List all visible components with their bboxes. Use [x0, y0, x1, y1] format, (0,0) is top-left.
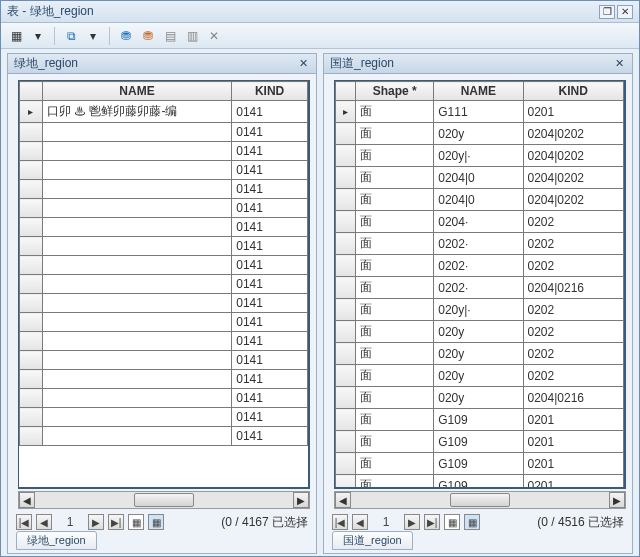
table-row[interactable]: 面0204·0202 [336, 211, 624, 233]
grid-area[interactable]: Shape *NAMEKIND▸面G1110201面020y0204|0202面… [334, 80, 626, 489]
table-row[interactable]: 面G1090201 [336, 475, 624, 490]
cell[interactable]: 面 [356, 233, 434, 255]
row-marker[interactable] [336, 277, 356, 299]
cell[interactable]: 0204· [434, 211, 523, 233]
cell[interactable]: 0204|0216 [523, 387, 624, 409]
cell[interactable]: G111 [434, 101, 523, 123]
cell[interactable]: 面 [356, 123, 434, 145]
cell[interactable] [42, 408, 231, 427]
cell[interactable] [42, 218, 231, 237]
cell[interactable]: 0141 [232, 351, 308, 370]
table-row[interactable]: 面G1090201 [336, 409, 624, 431]
zoom-selected-icon[interactable]: ▥ [183, 27, 201, 45]
cell[interactable]: 面 [356, 365, 434, 387]
cell[interactable]: 面 [356, 299, 434, 321]
cell[interactable]: 口卯 ♨ 鬯鲜卯藤卯藤-编 [42, 101, 231, 123]
table-row[interactable]: 面020y|·0202 [336, 299, 624, 321]
cell[interactable]: 面 [356, 475, 434, 490]
cell[interactable]: 0204|0202 [523, 167, 624, 189]
table-row[interactable]: 面020y|·0204|0202 [336, 145, 624, 167]
cell[interactable]: 0204|0216 [523, 277, 624, 299]
table-row[interactable]: 面0204|00204|0202 [336, 189, 624, 211]
switch-selection-icon[interactable]: ⛃ [139, 27, 157, 45]
cell[interactable]: 0201 [523, 475, 624, 490]
cell[interactable]: 0202 [523, 365, 624, 387]
row-marker[interactable]: ▸ [336, 101, 356, 123]
row-marker[interactable] [20, 332, 43, 351]
table-row[interactable]: 0141 [20, 275, 308, 294]
horizontal-scrollbar[interactable]: ◀ ▶ [18, 491, 310, 509]
column-header[interactable]: KIND [523, 82, 624, 101]
cell[interactable]: 面 [356, 145, 434, 167]
prev-record-button[interactable]: ◀ [36, 514, 52, 530]
cell[interactable] [42, 351, 231, 370]
cell[interactable]: 面 [356, 255, 434, 277]
cell[interactable]: G109 [434, 431, 523, 453]
column-header[interactable]: NAME [42, 82, 231, 101]
cell[interactable] [42, 199, 231, 218]
cell[interactable]: 0141 [232, 389, 308, 408]
cell[interactable]: 020y|· [434, 145, 523, 167]
cell[interactable] [42, 313, 231, 332]
horizontal-scrollbar[interactable]: ◀ ▶ [334, 491, 626, 509]
cell[interactable]: 面 [356, 453, 434, 475]
cell[interactable]: G109 [434, 409, 523, 431]
table-row[interactable]: 0141 [20, 351, 308, 370]
cell[interactable]: 020y [434, 321, 523, 343]
show-selected-button[interactable]: ▦ [464, 514, 480, 530]
cell[interactable]: 面 [356, 431, 434, 453]
pane-close-icon[interactable]: ✕ [612, 57, 626, 71]
table-row[interactable]: 0141 [20, 294, 308, 313]
cell[interactable]: 面 [356, 189, 434, 211]
row-selector-header[interactable] [20, 82, 43, 101]
table-row[interactable]: 0141 [20, 199, 308, 218]
prev-record-button[interactable]: ◀ [352, 514, 368, 530]
show-all-button[interactable]: ▦ [444, 514, 460, 530]
cell[interactable] [42, 275, 231, 294]
cell[interactable]: 020y [434, 387, 523, 409]
cell[interactable]: 0141 [232, 237, 308, 256]
cell[interactable]: 0202 [523, 233, 624, 255]
row-marker[interactable] [336, 453, 356, 475]
scroll-right-icon[interactable]: ▶ [293, 492, 309, 508]
cell[interactable]: 面 [356, 167, 434, 189]
table-row[interactable]: 面G1090201 [336, 453, 624, 475]
row-selector-header[interactable] [336, 82, 356, 101]
last-record-button[interactable]: ▶| [424, 514, 440, 530]
grid-area[interactable]: NAMEKIND▸口卯 ♨ 鬯鲜卯藤卯藤-编014101410141014101… [18, 80, 310, 489]
scroll-thumb[interactable] [134, 493, 194, 507]
table-row[interactable]: 面0202·0202 [336, 233, 624, 255]
row-marker[interactable] [336, 321, 356, 343]
table-row[interactable]: 0141 [20, 313, 308, 332]
cell[interactable]: 面 [356, 277, 434, 299]
cell[interactable]: 面 [356, 321, 434, 343]
table-options-icon[interactable]: ▦ [7, 27, 25, 45]
cell[interactable]: 0204|0202 [523, 145, 624, 167]
row-marker[interactable] [20, 256, 43, 275]
table-row[interactable]: 0141 [20, 218, 308, 237]
row-marker[interactable] [20, 218, 43, 237]
cell[interactable]: 0141 [232, 123, 308, 142]
table-row[interactable]: 0141 [20, 180, 308, 199]
scroll-left-icon[interactable]: ◀ [19, 492, 35, 508]
pane-close-icon[interactable]: ✕ [296, 57, 310, 71]
row-marker[interactable] [336, 409, 356, 431]
table-row[interactable]: 0141 [20, 332, 308, 351]
cell[interactable]: 面 [356, 409, 434, 431]
table-row[interactable]: 0141 [20, 123, 308, 142]
row-marker[interactable] [20, 351, 43, 370]
cell[interactable]: 0202 [523, 343, 624, 365]
cell[interactable]: 020y [434, 365, 523, 387]
cell[interactable]: 0141 [232, 256, 308, 275]
cell[interactable]: 0202· [434, 255, 523, 277]
show-selected-button[interactable]: ▦ [148, 514, 164, 530]
scroll-left-icon[interactable]: ◀ [335, 492, 351, 508]
pane-tab[interactable]: 绿地_region [16, 531, 97, 550]
table-row[interactable]: 面020y0202 [336, 343, 624, 365]
cell[interactable] [42, 332, 231, 351]
row-marker[interactable] [20, 408, 43, 427]
row-marker[interactable] [336, 387, 356, 409]
row-marker[interactable] [336, 475, 356, 490]
delete-icon[interactable]: ✕ [205, 27, 223, 45]
row-marker[interactable] [20, 389, 43, 408]
